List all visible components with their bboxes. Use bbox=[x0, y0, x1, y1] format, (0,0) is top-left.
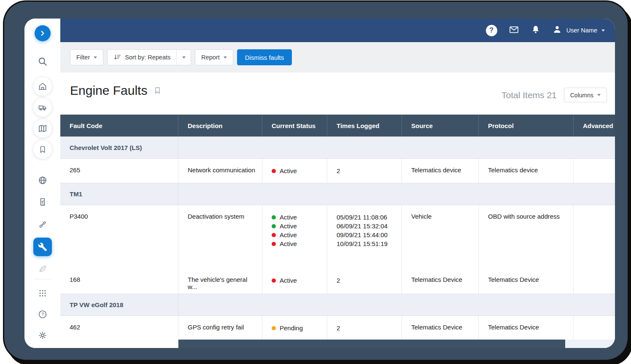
toolbar: Filter Sort by: Repeats Report D bbox=[60, 42, 615, 72]
apps-grid-icon bbox=[38, 288, 48, 298]
svg-text:?: ? bbox=[41, 312, 43, 317]
protocol-cell: Telematics device bbox=[479, 159, 574, 183]
status-indicator: Active bbox=[272, 276, 323, 285]
report-button[interactable]: Report bbox=[195, 49, 233, 65]
time-entry: 10/09/21 15:51:19 bbox=[337, 239, 397, 248]
device-frame: ? ? User Name bbox=[4, 2, 628, 360]
status-label: Active bbox=[280, 231, 297, 238]
table-row[interactable]: 265Network communicationActive2Telematic… bbox=[60, 159, 615, 183]
column-header-times-logged[interactable]: Times Logged bbox=[327, 115, 402, 136]
column-header-source[interactable]: Source bbox=[402, 115, 479, 136]
truck-icon bbox=[38, 102, 48, 112]
bookmark-icon bbox=[38, 145, 47, 154]
table-row[interactable]: 168The vehicle's general w...Active2Tele… bbox=[60, 268, 615, 294]
fault-code-cell: P3400 bbox=[60, 205, 178, 268]
status-indicator: Active bbox=[272, 239, 323, 248]
status-label: Active bbox=[280, 214, 297, 221]
times-logged-cell: 2 bbox=[327, 268, 402, 294]
mail-icon[interactable] bbox=[509, 24, 519, 37]
vehicle-group-name: TM1 bbox=[60, 183, 178, 205]
advanced-cell bbox=[574, 205, 615, 268]
sidebar-item-apps[interactable] bbox=[33, 284, 52, 302]
status-dot-icon bbox=[272, 169, 276, 173]
user-menu[interactable]: User Name bbox=[552, 24, 605, 36]
leaf-icon bbox=[38, 264, 48, 274]
map-icon bbox=[38, 123, 48, 134]
sidebar-item-home[interactable] bbox=[33, 77, 52, 96]
help-icon[interactable]: ? bbox=[486, 25, 497, 36]
sort-dropdown-toggle[interactable] bbox=[176, 50, 191, 65]
status-label: Pending bbox=[280, 324, 303, 332]
dismiss-faults-button[interactable]: Dismiss faults bbox=[237, 49, 292, 65]
bell-icon[interactable] bbox=[531, 24, 541, 36]
vehicle-group-spacer bbox=[178, 183, 615, 205]
sort-button-main[interactable]: Sort by: Repeats bbox=[108, 50, 176, 65]
source-cell: Vehicle bbox=[402, 205, 479, 268]
caret-down-icon bbox=[224, 56, 227, 59]
filter-button[interactable]: Filter bbox=[70, 49, 103, 65]
sidebar-item-help[interactable]: ? bbox=[33, 305, 52, 324]
sidebar-item-vehicles[interactable] bbox=[33, 98, 52, 117]
vehicle-group-name: TP VW eGolf 2018 bbox=[60, 294, 178, 316]
wrench-icon bbox=[38, 242, 47, 252]
status-dot-icon bbox=[272, 326, 276, 330]
time-entry: 05/09/21 11:08:06 bbox=[337, 213, 397, 222]
sidebar-item-engine-faults[interactable] bbox=[33, 238, 52, 256]
column-header-advanced[interactable]: Advanced bbox=[574, 115, 615, 136]
status-label: Active bbox=[280, 277, 297, 284]
faults-table-body: Chevrolet Volt 2017 (LS)265Network commu… bbox=[60, 136, 615, 348]
status-indicator: Active bbox=[272, 213, 323, 222]
vehicle-group-name: Chevrolet Volt 2017 (LS) bbox=[60, 137, 178, 158]
status-indicator: Active bbox=[272, 166, 323, 175]
topbar: ? User Name bbox=[60, 19, 615, 42]
caret-down-icon bbox=[182, 56, 186, 59]
description-cell: Deactivation system bbox=[178, 205, 262, 268]
user-icon bbox=[552, 24, 562, 36]
status-label: Active bbox=[280, 240, 297, 247]
time-entry: 06/09/21 15:32:04 bbox=[337, 222, 397, 230]
sidebar-item-connectivity[interactable] bbox=[33, 215, 52, 234]
sidebar-item-bookmarks[interactable] bbox=[33, 140, 52, 159]
sidebar-item-search[interactable] bbox=[33, 52, 52, 71]
table-row[interactable]: P3400Deactivation systemActiveActiveActi… bbox=[60, 205, 615, 268]
dismiss-faults-label: Dismiss faults bbox=[245, 54, 284, 61]
column-header-description[interactable]: Description bbox=[178, 115, 262, 136]
engine-faults-table: Fault Code Description Current Status Ti… bbox=[60, 115, 615, 348]
page-title-text: Engine Faults bbox=[70, 83, 147, 98]
bookmark-page-icon[interactable] bbox=[153, 83, 162, 98]
sidebar-expand-button[interactable] bbox=[35, 25, 51, 41]
sidebar-item-zones[interactable] bbox=[33, 171, 52, 190]
gear-icon bbox=[38, 330, 48, 340]
status-dot-icon bbox=[272, 224, 276, 228]
sidebar-item-inspections[interactable] bbox=[33, 193, 52, 211]
status-label: Active bbox=[280, 222, 297, 230]
sidebar: ? bbox=[24, 19, 60, 348]
fault-code-cell: 462 bbox=[60, 316, 178, 348]
source-cell: Telematics device bbox=[402, 159, 479, 183]
columns-button[interactable]: Columns bbox=[564, 88, 607, 102]
sidebar-item-eco[interactable] bbox=[33, 260, 52, 278]
status-dot-icon bbox=[272, 215, 276, 219]
column-header-fault-code[interactable]: Fault Code bbox=[60, 115, 178, 136]
caret-down-icon bbox=[601, 29, 605, 32]
vehicle-group-row: TP VW eGolf 2018 bbox=[60, 294, 615, 316]
column-header-protocol[interactable]: Protocol bbox=[479, 115, 574, 136]
globe-icon bbox=[38, 175, 48, 185]
help-icon: ? bbox=[38, 309, 48, 319]
column-header-current-status[interactable]: Current Status bbox=[262, 115, 327, 136]
home-icon bbox=[38, 81, 48, 91]
sidebar-item-map[interactable] bbox=[33, 119, 52, 138]
source-cell: Telematics Device bbox=[402, 268, 479, 294]
protocol-cell: Telematics Device bbox=[479, 268, 574, 294]
status-indicator: Active bbox=[272, 222, 323, 230]
vehicle-group-spacer bbox=[178, 294, 615, 316]
horizontal-scrollbar-thumb[interactable] bbox=[178, 340, 565, 348]
vehicle-group-row: Chevrolet Volt 2017 (LS) bbox=[60, 136, 615, 159]
times-logged-cell: 05/09/21 11:08:0606/09/21 15:32:0409/09/… bbox=[327, 205, 402, 268]
sidebar-divider bbox=[34, 279, 51, 279]
time-entry: 2 bbox=[337, 166, 397, 175]
vehicle-group-spacer bbox=[178, 137, 615, 158]
sidebar-item-settings[interactable] bbox=[33, 326, 52, 345]
sort-button[interactable]: Sort by: Repeats bbox=[107, 49, 191, 65]
horizontal-scrollbar[interactable] bbox=[178, 340, 615, 348]
